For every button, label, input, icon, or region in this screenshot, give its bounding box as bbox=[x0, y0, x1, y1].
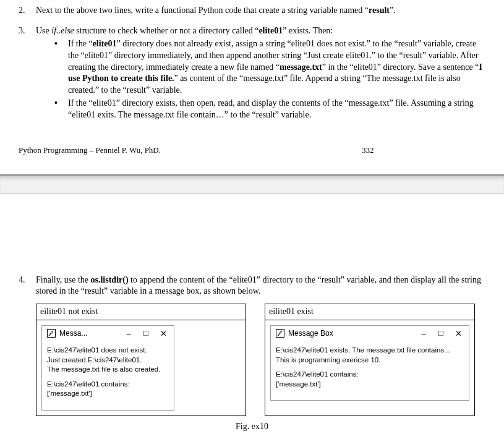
window-controls: – ☐ ✕ bbox=[123, 330, 169, 338]
right-msgbox-titlebar: Message Box – ☐ ✕ bbox=[271, 326, 469, 342]
figure-tables-row: eilite01 not exist Messa... – ☐ ✕ bbox=[36, 304, 485, 416]
footer-author: Python Programming – Penniel P. Wu, PhD. bbox=[19, 145, 362, 156]
q4-t1: Finally, use the bbox=[36, 275, 91, 284]
close-icon[interactable]: ✕ bbox=[453, 330, 464, 338]
left-msg-l5: ['message.txt'] bbox=[47, 389, 169, 399]
q3-intro: Use if..else structure to check whether … bbox=[36, 25, 485, 37]
right-table-header: eilite01 exist bbox=[265, 304, 474, 320]
right-msg-l3: E:\cis247\elite01 contains: bbox=[276, 370, 464, 380]
close-icon[interactable]: ✕ bbox=[158, 330, 169, 338]
left-msg-l2: Just created E:\cis247\elite01. bbox=[47, 356, 169, 365]
right-table-cell: Message Box – ☐ ✕ E:\cis247\elite01 exis… bbox=[265, 320, 474, 406]
left-msgbox-body: E:\cis247\elite01 does not exist. Just c… bbox=[42, 342, 174, 410]
left-msg-l3: The message.txt file is also created. bbox=[47, 365, 169, 375]
q3-intro-b: if..else bbox=[51, 26, 74, 35]
b1-t4: message.txt bbox=[280, 62, 322, 72]
left-table-cell: Messa... – ☐ ✕ E:\cis247\elite01 does no… bbox=[36, 320, 246, 416]
left-msgbox-title: Messa... bbox=[59, 328, 123, 338]
minimize-icon[interactable]: – bbox=[123, 330, 134, 338]
b1-t1: If the “ bbox=[68, 39, 93, 48]
question-3: 3. Use if..else structure to check wheth… bbox=[19, 25, 485, 122]
question-number: 3. bbox=[19, 25, 36, 122]
right-msgbox-body: E:\cis247\elite01 exists. The message.tx… bbox=[271, 342, 469, 400]
question-number: 4. bbox=[19, 275, 36, 298]
question-2: 2. Next to the above two lines, write a … bbox=[19, 5, 485, 17]
question-4: 4. Finally, use the os.listdir() to appe… bbox=[19, 275, 485, 298]
q3-intro-c: structure to check whether or not a dire… bbox=[74, 26, 259, 35]
right-table: eilite01 exist Message Box – ☐ ✕ bbox=[265, 304, 475, 416]
window-controls: – ☐ ✕ bbox=[418, 330, 464, 338]
q3-intro-d: elite01 bbox=[258, 26, 283, 35]
q2-text-a: Next to the above two lines, write a fun… bbox=[36, 6, 369, 15]
q3-bullet-2-text: If the “elite01” directory exists, then … bbox=[68, 98, 485, 121]
question-3-body: Use if..else structure to check whether … bbox=[36, 25, 485, 122]
page-break-gap bbox=[0, 174, 504, 194]
feather-icon bbox=[276, 329, 284, 338]
question-number: 2. bbox=[19, 5, 36, 17]
q3-bullet-2: • If the “elite01” directory exists, the… bbox=[54, 98, 485, 121]
left-msg-l4: E:\cis247\elite01 contains: bbox=[47, 380, 169, 390]
q3-bullet-1: • If the “elite01” directory does not al… bbox=[54, 38, 485, 96]
bullet-marker: • bbox=[54, 98, 68, 121]
question-4-text: Finally, use the os.listdir() to append … bbox=[36, 275, 485, 298]
q4-t2: os.listdir() bbox=[91, 275, 129, 284]
right-msg-block-1: E:\cis247\elite01 exists. The message.tx… bbox=[276, 346, 464, 365]
right-msg-l4: ['message.txt'] bbox=[276, 380, 464, 390]
right-msg-block-2: E:\cis247\elite01 contains: ['message.tx… bbox=[276, 370, 464, 389]
figure-caption: Fig. ex10 bbox=[19, 421, 485, 433]
left-msgbox-titlebar: Messa... – ☐ ✕ bbox=[42, 326, 174, 342]
minimize-icon[interactable]: – bbox=[418, 330, 429, 338]
page-bottom-section: 4. Finally, use the os.listdir() to appe… bbox=[0, 194, 504, 439]
b1-t2: elite01 bbox=[93, 39, 117, 48]
b1-t5: ” in the “elite01” directory. Save a sen… bbox=[322, 62, 479, 72]
q3-intro-e: ” exists. Then: bbox=[283, 26, 333, 35]
right-msgbox-title: Message Box bbox=[288, 328, 418, 338]
maximize-icon[interactable]: ☐ bbox=[435, 330, 446, 337]
maximize-icon[interactable]: ☐ bbox=[140, 330, 152, 337]
right-msg-l1: E:\cis247\elite01 exists. The message.tx… bbox=[276, 346, 464, 356]
left-table-header: eilite01 not exist bbox=[36, 304, 246, 320]
right-message-box: Message Box – ☐ ✕ E:\cis247\elite01 exis… bbox=[270, 325, 469, 401]
q3-bullet-list: • If the “elite01” directory does not al… bbox=[36, 38, 485, 121]
q2-text-c: ”. bbox=[390, 6, 396, 15]
right-msg-l2: This is programming exericse 10. bbox=[276, 356, 464, 365]
page-top-section: 2. Next to the above two lines, write a … bbox=[0, 5, 504, 168]
feather-icon bbox=[47, 329, 56, 338]
bullet-marker: • bbox=[54, 38, 68, 96]
left-msg-block-2: E:\cis247\elite01 contains: ['message.tx… bbox=[47, 380, 169, 399]
left-msg-l1: E:\cis247\elite01 does not exist. bbox=[47, 346, 169, 356]
b2-t1: If the “elite01” directory exists, then … bbox=[68, 98, 474, 119]
question-2-text: Next to the above two lines, write a fun… bbox=[36, 5, 485, 17]
left-msg-block-1: E:\cis247\elite01 does not exist. Just c… bbox=[47, 346, 169, 375]
footer-page-number: 332 bbox=[362, 145, 485, 156]
page-footer-row: Python Programming – Penniel P. Wu, PhD.… bbox=[19, 145, 485, 156]
q3-intro-a: Use bbox=[36, 26, 51, 35]
left-table: eilite01 not exist Messa... – ☐ ✕ bbox=[36, 304, 246, 416]
q2-text-b: result bbox=[369, 6, 390, 15]
q3-bullet-1-text: If the “elite01” directory does not alre… bbox=[68, 38, 485, 96]
left-message-box: Messa... – ☐ ✕ E:\cis247\elite01 does no… bbox=[41, 325, 174, 411]
